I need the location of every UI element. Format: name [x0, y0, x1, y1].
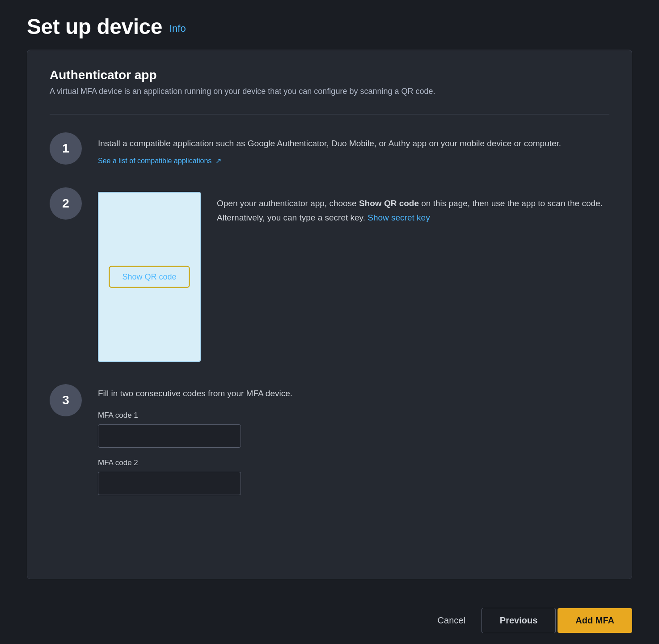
step-2-desc-text: Open your authenticator app, choose Show… [217, 196, 609, 225]
step-2-circle: 2 [50, 187, 82, 220]
section-divider [50, 114, 609, 114]
step-1-circle: 1 [50, 132, 82, 165]
footer-bar: Cancel Previous Add MFA [0, 597, 659, 644]
step-2-layout: Show QR code Open your authenticator app… [98, 192, 609, 362]
show-qr-button[interactable]: Show QR code [109, 266, 190, 288]
mfa-code-2-input[interactable] [98, 472, 241, 495]
mfa-code-1-label: MFA code 1 [98, 411, 609, 420]
step-3-fields: Fill in two consecutive codes from your … [98, 389, 609, 506]
step-1-content: Install a compatible application such as… [98, 132, 609, 165]
show-secret-key-link[interactable]: Show secret key [368, 213, 430, 222]
page-header: Set up device Info [0, 0, 659, 50]
info-link[interactable]: Info [169, 23, 186, 34]
step-3-circle: 3 [50, 384, 82, 416]
mfa-code-2-label: MFA code 2 [98, 458, 609, 467]
step-2-row: 2 Show QR code Open your authenticator a… [50, 187, 609, 362]
fill-in-text: Fill in two consecutive codes from your … [98, 389, 609, 398]
qr-placeholder: Show QR code [98, 192, 201, 362]
page-title: Set up device [27, 14, 162, 39]
card-title: Authenticator app [50, 68, 609, 82]
previous-button[interactable]: Previous [482, 608, 556, 633]
mfa-code-1-input[interactable] [98, 424, 241, 448]
step-3-row: 3 Fill in two consecutive codes from you… [50, 384, 609, 506]
step-1-row: 1 Install a compatible application such … [50, 132, 609, 165]
step-2-description: Open your authenticator app, choose Show… [217, 192, 609, 225]
step-2-content: Show QR code Open your authenticator app… [98, 187, 609, 362]
step-1-text: Install a compatible application such as… [98, 137, 609, 150]
cancel-button[interactable]: Cancel [422, 608, 482, 633]
add-mfa-button[interactable]: Add MFA [558, 608, 632, 633]
compatible-apps-link[interactable]: See a list of compatible applications ↗ [98, 157, 221, 165]
steps-container: 1 Install a compatible application such … [50, 132, 609, 506]
qr-area: Show QR code [98, 192, 201, 362]
step-3-content: Fill in two consecutive codes from your … [98, 384, 609, 506]
main-card: Authenticator app A virtual MFA device i… [27, 50, 632, 579]
card-subtitle: A virtual MFA device is an application r… [50, 87, 609, 96]
external-link-icon: ↗ [215, 157, 221, 165]
